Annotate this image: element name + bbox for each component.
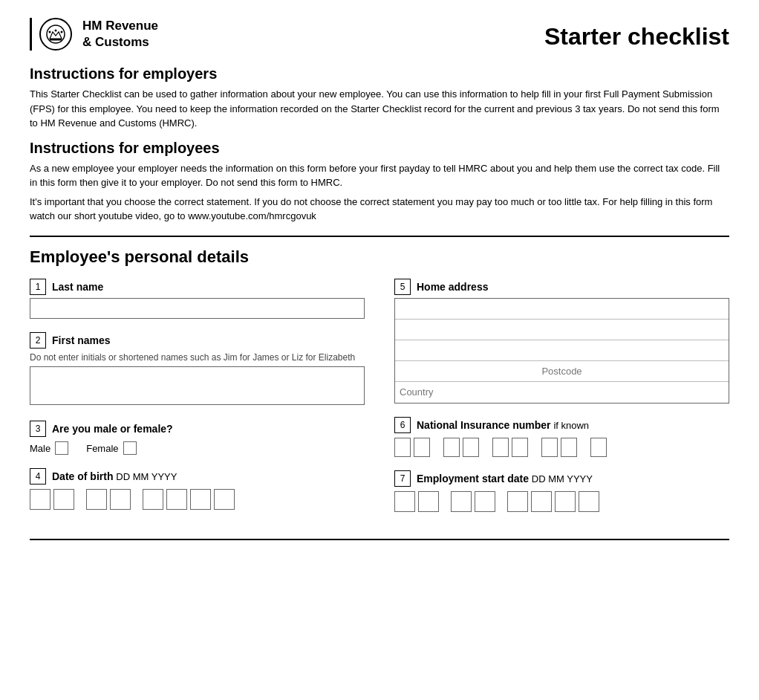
first-names-label: First names <box>52 334 111 346</box>
address-input-block <box>394 298 729 404</box>
last-name-label: Last name <box>52 281 103 293</box>
dob-box-m1[interactable] <box>86 489 107 510</box>
gender-label: Are you male or female? <box>52 423 173 435</box>
logo-area: HM Revenue & Customs <box>30 18 158 51</box>
instructions-employers-text: This Starter Checklist can be used to ga… <box>30 87 729 131</box>
field-last-name: 1 Last name <box>30 279 365 319</box>
ni-box-5[interactable] <box>492 438 509 457</box>
field-number-3: 3 <box>30 421 46 437</box>
field-number-1: 1 <box>30 279 46 295</box>
home-address-label: Home address <box>417 281 488 293</box>
first-names-sublabel: Do not enter initials or shortened names… <box>30 351 365 364</box>
dob-label: Date of birth DD MM YYYY <box>52 470 177 482</box>
address-country-input[interactable] <box>395 382 729 403</box>
field-number-6: 6 <box>394 417 411 433</box>
field-dob: 4 Date of birth DD MM YYYY <box>30 468 365 510</box>
dob-box-d1[interactable] <box>30 489 51 510</box>
field-number-7: 7 <box>394 470 411 487</box>
emp-box-y4[interactable] <box>579 491 599 512</box>
logo-text: HM Revenue & Customs <box>82 18 158 51</box>
crown-icon <box>39 18 72 51</box>
svg-point-3 <box>55 30 57 32</box>
field-first-names: 2 First names Do not enter initials or s… <box>30 332 365 408</box>
field-number-5: 5 <box>394 279 411 295</box>
ni-box-1[interactable] <box>394 438 411 457</box>
dob-box-y3[interactable] <box>190 489 211 510</box>
dob-boxes <box>30 489 365 510</box>
ni-box-6[interactable] <box>512 438 528 457</box>
address-postcode-input[interactable] <box>395 361 729 382</box>
emp-box-m2[interactable] <box>475 491 495 512</box>
svg-point-4 <box>61 31 63 33</box>
emp-box-y2[interactable] <box>531 491 552 512</box>
instructions-employees-heading: Instructions for employees <box>30 140 729 157</box>
ni-box-4[interactable] <box>463 438 479 457</box>
address-line1-input[interactable] <box>395 299 729 320</box>
female-label: Female <box>86 443 118 454</box>
field-number-4: 4 <box>30 468 46 485</box>
emp-box-d1[interactable] <box>394 491 415 512</box>
dob-box-y1[interactable] <box>143 489 163 510</box>
female-option: Female <box>86 441 136 455</box>
col-right: 5 Home address 6 <box>394 279 729 525</box>
employment-date-boxes <box>394 491 729 512</box>
ni-box-3[interactable] <box>443 438 460 457</box>
dob-box-y2[interactable] <box>166 489 187 510</box>
section-divider-top <box>30 236 729 237</box>
male-option: Male <box>30 441 68 455</box>
emp-box-m1[interactable] <box>451 491 472 512</box>
last-name-input[interactable] <box>30 298 365 319</box>
emp-box-y1[interactable] <box>507 491 528 512</box>
svg-marker-1 <box>50 32 62 39</box>
address-line2-input[interactable] <box>395 320 729 340</box>
field-gender: 3 Are you male or female? Male Female <box>30 421 365 455</box>
first-names-input[interactable] <box>30 366 365 405</box>
personal-details-section: Employee's personal details 1 Last name … <box>30 247 729 525</box>
emp-box-d2[interactable] <box>418 491 439 512</box>
header: HM Revenue & Customs Starter checklist <box>30 18 729 51</box>
employment-start-label: Employment start date DD MM YYYY <box>417 473 593 485</box>
ni-box-2[interactable] <box>414 438 430 457</box>
ni-box-8[interactable] <box>561 438 577 457</box>
field-number-2: 2 <box>30 332 46 349</box>
emp-box-y3[interactable] <box>555 491 576 512</box>
personal-details-columns: 1 Last name 2 First names Do not enter i… <box>30 279 729 525</box>
instructions-employees-text2: It's important that you choose the corre… <box>30 195 729 224</box>
col-left: 1 Last name 2 First names Do not enter i… <box>30 279 365 525</box>
instructions-employers-heading: Instructions for employers <box>30 65 729 82</box>
ni-box-7[interactable] <box>541 438 558 457</box>
instructions-employees-section: Instructions for employees As a new empl… <box>30 140 729 224</box>
dob-box-y4[interactable] <box>214 489 235 510</box>
svg-point-2 <box>49 31 51 33</box>
female-checkbox[interactable] <box>123 441 137 455</box>
section-divider-bottom <box>30 539 729 540</box>
instructions-employees-text1: As a new employee your employer needs th… <box>30 161 729 190</box>
address-line3-input[interactable] <box>395 340 729 361</box>
ni-boxes <box>394 438 729 457</box>
dob-box-m2[interactable] <box>110 489 131 510</box>
ni-box-9[interactable] <box>590 438 607 457</box>
svg-rect-5 <box>50 39 62 41</box>
personal-details-title: Employee's personal details <box>30 247 729 267</box>
male-label: Male <box>30 443 51 454</box>
instructions-employers-section: Instructions for employers This Starter … <box>30 65 729 131</box>
ni-number-label: National Insurance number if known <box>417 419 589 431</box>
male-checkbox[interactable] <box>55 441 68 455</box>
field-ni-number: 6 National Insurance number if known <box>394 417 729 457</box>
gender-options: Male Female <box>30 441 365 455</box>
field-employment-start: 7 Employment start date DD MM YYYY <box>394 470 729 512</box>
page-title: Starter checklist <box>544 23 729 51</box>
dob-box-d2[interactable] <box>53 489 74 510</box>
field-home-address: 5 Home address <box>394 279 729 404</box>
